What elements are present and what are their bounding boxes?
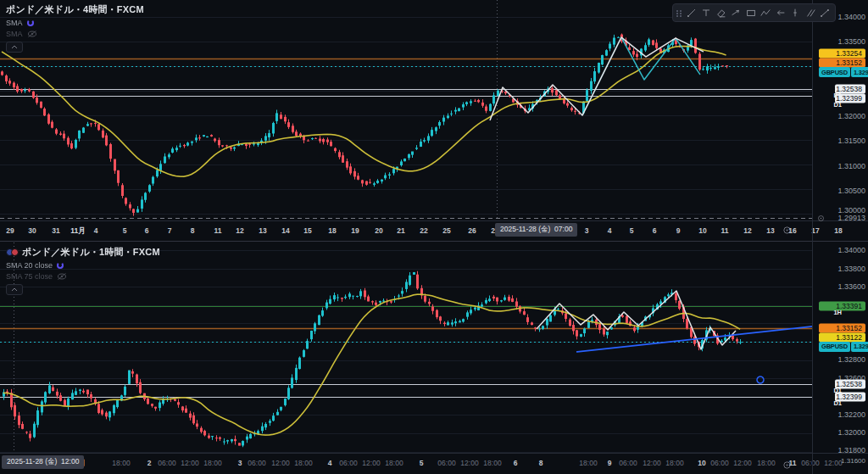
brush-icon[interactable] xyxy=(685,5,698,20)
indicator-sma75-row[interactable]: SMA 75 close xyxy=(6,272,160,281)
time-tick: 06:00 xyxy=(248,459,265,467)
symbol-price-badge: GBPUSD1.32997 xyxy=(819,342,868,352)
time-tick: 16 xyxy=(788,226,796,235)
time-tick: 9 xyxy=(608,459,612,467)
chevron-up-icon xyxy=(11,45,18,49)
vertical-line-icon[interactable] xyxy=(789,5,803,20)
time-tick: 18:00 xyxy=(665,459,683,467)
pane-title-1h[interactable]: ポンド／米ドル・1時間・FXCM xyxy=(6,246,160,259)
gbpusd-flags-icon xyxy=(6,248,19,256)
price-tick: 1.32000 xyxy=(837,428,865,437)
price-tick: 1.29913 xyxy=(837,214,865,222)
chart-pane-4h[interactable]: ポンド／米ドル・4時間・FXCM SMA SMA xyxy=(0,0,812,220)
indicator-label: SMA 20 close xyxy=(6,261,53,270)
time-tick: 5 xyxy=(630,226,634,235)
price-tick: 1.32200 xyxy=(837,410,865,419)
time-tick: 06:00 xyxy=(158,459,175,467)
time-tick: 22 xyxy=(420,226,427,235)
time-tick: 12 xyxy=(743,226,751,235)
arrow-left-icon[interactable] xyxy=(774,5,787,20)
eraser-icon[interactable] xyxy=(715,5,728,20)
time-tick: 11 xyxy=(721,226,729,235)
current-price-badge: 1.32997 xyxy=(851,67,868,77)
loading-spinner-icon xyxy=(57,262,64,269)
indicator-sma75-row[interactable]: SMA xyxy=(6,30,144,38)
time-tick: 30 xyxy=(28,226,36,235)
price-tick: 1.32000 xyxy=(837,112,865,120)
symbol-tag: GBPUSD xyxy=(819,67,850,77)
time-tick: 18:00 xyxy=(757,459,775,467)
price-tick: 1.32800 xyxy=(837,355,865,364)
trend-line-icon[interactable] xyxy=(819,5,832,20)
time-tick: 3 xyxy=(585,226,589,235)
time-tick: 18:00 xyxy=(385,459,403,467)
collapse-pane-button[interactable] xyxy=(6,42,23,53)
polyline-icon[interactable] xyxy=(760,5,773,20)
current-price-badge: 1.32997 xyxy=(851,342,868,352)
trading-chart-app: ポンド／米ドル・4時間・FXCM SMA SMA xyxy=(0,0,868,474)
time-tick: 6 xyxy=(514,459,518,467)
time-tick: 15 xyxy=(303,226,311,235)
price-tick: 1.31600 xyxy=(841,457,865,465)
time-tick: 8 xyxy=(191,226,195,235)
alert-target-icon[interactable] xyxy=(817,215,825,222)
time-tick: 12:00 xyxy=(362,459,380,467)
time-tick: 4 xyxy=(328,459,332,467)
eye-hidden-icon[interactable] xyxy=(57,272,67,281)
eye-hidden-icon[interactable] xyxy=(27,30,37,38)
time-tick: 14 xyxy=(281,226,289,235)
symbol-price-badge: GBPUSD1.32997 xyxy=(819,67,868,77)
price-tick: 1.33800 xyxy=(837,265,865,273)
time-tick: 13 xyxy=(259,226,266,235)
price-level-badge: 1.33391 xyxy=(819,301,865,310)
time-tick: 26 xyxy=(468,226,476,235)
indicator-sma-row[interactable]: SMA xyxy=(6,19,144,27)
rectangle-icon[interactable] xyxy=(744,5,758,20)
price-axis[interactable]: 1.340001.335001.320001.315001.310001.305… xyxy=(813,0,868,474)
arrow-icon[interactable] xyxy=(730,5,743,20)
legend-4h: ポンド／米ドル・4時間・FXCM SMA SMA xyxy=(6,3,144,53)
time-axis-1h[interactable]: 2025-11-28 (金) 12:00 12月18:00206:0012:00… xyxy=(0,454,812,472)
indicator-sma20-row[interactable]: SMA 20 close xyxy=(6,261,160,270)
chart-pane-1h[interactable]: ポンド／米ドル・1時間・FXCM SMA 20 close SMA 75 clo… xyxy=(0,243,812,453)
collapse-pane-button[interactable] xyxy=(6,284,23,295)
time-tick: 25 xyxy=(442,226,450,235)
price-tick: 1.33600 xyxy=(837,282,865,291)
time-tick: 12:00 xyxy=(271,459,289,467)
time-tick: 5 xyxy=(420,459,424,467)
time-tick: 18:00 xyxy=(483,459,501,467)
parallel-channel-icon[interactable] xyxy=(804,5,817,20)
drawing-toolbar xyxy=(672,3,836,22)
time-tick: 11 xyxy=(789,459,797,467)
time-tick: 06:00 xyxy=(339,459,357,467)
price-tick: 1.31000 xyxy=(837,162,865,170)
time-tick: 2 xyxy=(147,459,152,467)
time-axis-4h[interactable]: 2025-11-28 (金) 07:00 29303111月4567811121… xyxy=(0,221,812,240)
time-tick: 12:00 xyxy=(733,459,751,467)
time-tick: 19 xyxy=(351,226,359,235)
time-tick: 13 xyxy=(766,226,774,235)
time-tick: 29 xyxy=(6,226,14,235)
level-tag: D1 xyxy=(833,399,842,406)
time-tick: 18:00 xyxy=(579,459,597,467)
time-tick: 6 xyxy=(145,226,149,235)
time-tick: 31 xyxy=(52,226,59,235)
time-tick: 21 xyxy=(397,226,404,235)
loading-spinner-icon xyxy=(27,20,34,26)
time-tick: 12:00 xyxy=(643,459,660,467)
price-tick: 1.31800 xyxy=(837,446,865,454)
pane-title-4h[interactable]: ポンド／米ドル・4時間・FXCM xyxy=(6,3,144,16)
time-tick: 06:00 xyxy=(710,459,728,467)
time-tick: 18 xyxy=(328,226,336,235)
price-level-badge: 1.33152 xyxy=(819,323,865,332)
time-tick: 3 xyxy=(238,459,242,467)
time-tick: 7 xyxy=(168,226,172,235)
toolbar-drag-handle[interactable] xyxy=(676,10,682,16)
time-tick: 12:00 xyxy=(460,459,478,467)
price-level-badge: 1.33122 xyxy=(819,332,865,342)
text-icon[interactable] xyxy=(700,5,714,20)
time-tick: 12:00 xyxy=(181,459,198,467)
time-tick: 10 xyxy=(698,459,705,467)
time-tick: 10 xyxy=(698,226,706,235)
indicator-label: SMA xyxy=(6,19,23,27)
